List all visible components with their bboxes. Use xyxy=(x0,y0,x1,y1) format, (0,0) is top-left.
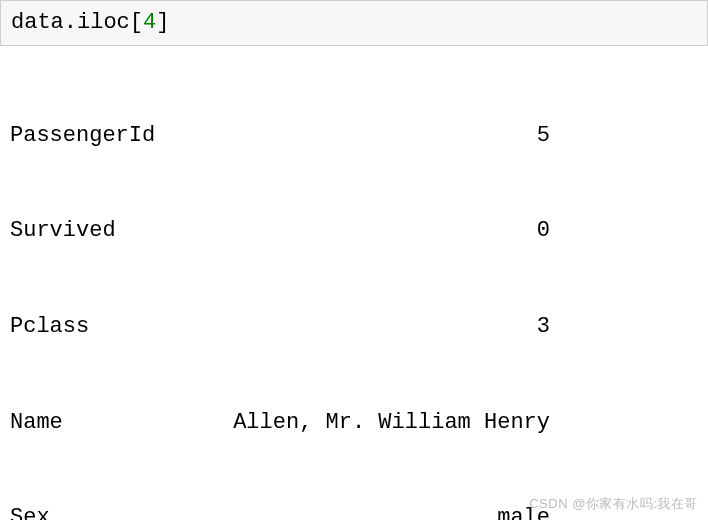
watermark-text: CSDN @你家有水吗:我在哥 xyxy=(529,495,698,514)
code-suffix: ] xyxy=(156,10,169,35)
series-value: 0 xyxy=(537,215,550,247)
series-value: Allen, Mr. William Henry xyxy=(233,407,550,439)
output-cell: PassengerId5 Survived0 Pclass3 NameAllen… xyxy=(0,46,708,520)
series-label: PassengerId xyxy=(10,120,155,152)
series-label: Sex xyxy=(10,502,50,520)
table-row: PassengerId5 xyxy=(10,120,550,152)
table-row: NameAllen, Mr. William Henry xyxy=(10,407,550,439)
table-row: Sexmale xyxy=(10,502,550,520)
series-label: Pclass xyxy=(10,311,89,343)
code-input-cell: data.iloc[4] xyxy=(0,0,708,46)
code-prefix: data.iloc[ xyxy=(11,10,143,35)
series-value: 5 xyxy=(537,120,550,152)
series-label: Survived xyxy=(10,215,116,247)
table-row: Survived0 xyxy=(10,215,550,247)
series-value: 3 xyxy=(537,311,550,343)
series-label: Name xyxy=(10,407,63,439)
table-row: Pclass3 xyxy=(10,311,550,343)
code-index: 4 xyxy=(143,10,156,35)
